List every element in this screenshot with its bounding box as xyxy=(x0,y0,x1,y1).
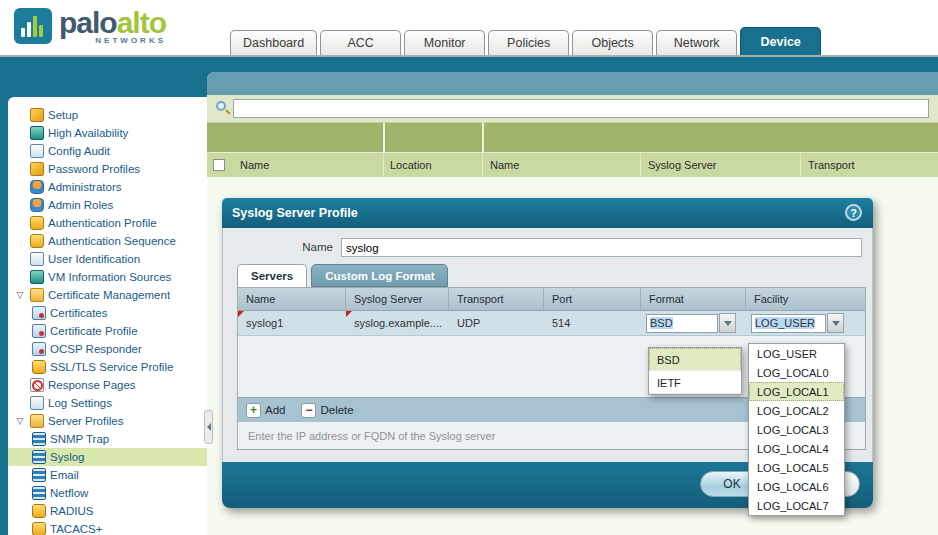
sidebar-collapse-handle[interactable] xyxy=(204,410,213,444)
tab-servers[interactable]: Servers xyxy=(237,264,307,287)
facility-option-log-user[interactable]: LOG_USER xyxy=(749,344,844,363)
format-option-ietf[interactable]: IETF xyxy=(649,371,741,394)
facility-combo-input[interactable]: LOG_USER xyxy=(751,314,826,333)
facility-option-log-local1[interactable]: LOG_LOCAL1 xyxy=(749,382,844,401)
paloalto-logo-text: paloalto NETWORKS xyxy=(59,8,166,45)
add-button[interactable]: +Add xyxy=(246,403,285,418)
profile-name-input[interactable] xyxy=(341,238,862,257)
facility-option-log-local6[interactable]: LOG_LOCAL6 xyxy=(749,477,844,496)
search-input[interactable] xyxy=(233,99,929,118)
sidebar-item-certificate-management[interactable]: ▽Certificate Management xyxy=(8,286,207,304)
certificate-profile-icon xyxy=(32,324,46,338)
sidebar-item-high-availability[interactable]: High Availability xyxy=(8,124,207,142)
sidebar-item-email[interactable]: Email xyxy=(8,466,207,484)
sidebar-item-user-identification[interactable]: User Identification xyxy=(8,250,207,268)
sidebar-item-ssl-tls-service-profile[interactable]: SSL/TLS Service Profile xyxy=(8,358,207,376)
format-combo-input[interactable]: BSD xyxy=(646,314,718,333)
cell-format: BSD xyxy=(641,311,746,335)
snmp-trap-icon xyxy=(32,432,46,446)
sidebar-item-label: Server Profiles xyxy=(48,415,123,427)
format-dropdown-list: BSD IETF xyxy=(648,347,742,395)
facility-combo: LOG_USER xyxy=(751,313,844,333)
tab-objects[interactable]: Objects xyxy=(572,30,653,55)
add-button-label: Add xyxy=(265,404,285,416)
server-row[interactable]: syslog1 syslog.example.... UDP 514 BSD L… xyxy=(238,311,865,336)
help-icon[interactable]: ? xyxy=(845,204,862,221)
tab-monitor[interactable]: Monitor xyxy=(404,30,485,55)
facility-option-log-local0[interactable]: LOG_LOCAL0 xyxy=(749,363,844,382)
cell-port[interactable]: 514 xyxy=(544,311,641,335)
cell-name[interactable]: syslog1 xyxy=(238,311,346,335)
sidebar-item-tacacs[interactable]: TACACS+ xyxy=(8,520,207,535)
sidebar-item-admin-roles[interactable]: Admin Roles xyxy=(8,196,207,214)
column-header-syslog-server[interactable]: Syslog Server xyxy=(648,159,716,171)
column-header-name[interactable]: Name xyxy=(240,159,269,171)
dialog-title-bar[interactable]: Syslog Server Profile ? xyxy=(222,198,873,228)
sidebar-item-response-pages[interactable]: Response Pages xyxy=(8,376,207,394)
tab-device[interactable]: Device xyxy=(740,27,821,55)
tacacs-icon xyxy=(32,522,46,535)
facility-option-log-local5[interactable]: LOG_LOCAL5 xyxy=(749,458,844,477)
sidebar-item-netflow[interactable]: Netflow xyxy=(8,484,207,502)
sidebar-item-vm-information-sources[interactable]: VM Information Sources xyxy=(8,268,207,286)
col-transport[interactable]: Transport xyxy=(449,288,544,310)
facility-option-log-local7[interactable]: LOG_LOCAL7 xyxy=(749,496,844,515)
sidebar-item-administrators[interactable]: Administrators xyxy=(8,178,207,196)
expand-arrow-icon[interactable]: ▽ xyxy=(14,416,26,426)
cell-syslog-server[interactable]: syslog.example.... xyxy=(346,311,449,335)
sidebar-item-snmp-trap[interactable]: SNMP Trap xyxy=(8,430,207,448)
col-name[interactable]: Name xyxy=(238,288,346,310)
sidebar-item-radius[interactable]: RADIUS xyxy=(8,502,207,520)
sidebar-item-password-profiles[interactable]: Password Profiles xyxy=(8,160,207,178)
sidebar-item-label: RADIUS xyxy=(50,505,93,517)
tab-acc[interactable]: ACC xyxy=(320,30,401,55)
syslog-icon xyxy=(32,450,46,464)
facility-dropdown-arrow-icon[interactable] xyxy=(827,313,844,333)
facility-option-log-local2[interactable]: LOG_LOCAL2 xyxy=(749,401,844,420)
vm-information-sources-icon xyxy=(30,270,44,284)
main-nav-tabs: Dashboard ACC Monitor Policies Objects N… xyxy=(230,27,821,55)
sidebar-item-authentication-profile[interactable]: Authentication Profile xyxy=(8,214,207,232)
expand-arrow-icon[interactable]: ▽ xyxy=(14,290,26,300)
tab-network[interactable]: Network xyxy=(656,30,737,55)
administrators-icon xyxy=(30,180,44,194)
response-pages-icon xyxy=(30,378,44,392)
sidebar-item-syslog[interactable]: Syslog xyxy=(8,448,207,466)
col-syslog-server[interactable]: Syslog Server xyxy=(346,288,449,310)
sidebar-item-log-settings[interactable]: Log Settings xyxy=(8,394,207,412)
user-identification-icon xyxy=(30,252,44,266)
sidebar-item-ocsp-responder[interactable]: OCSP Responder xyxy=(8,340,207,358)
facility-option-log-local3[interactable]: LOG_LOCAL3 xyxy=(749,420,844,439)
sidebar-item-server-profiles[interactable]: ▽Server Profiles xyxy=(8,412,207,430)
email-icon xyxy=(32,468,46,482)
col-port[interactable]: Port xyxy=(544,288,641,310)
tab-policies[interactable]: Policies xyxy=(488,30,569,55)
column-header-location[interactable]: Location xyxy=(390,159,432,171)
sidebar-item-authentication-sequence[interactable]: Authentication Sequence xyxy=(8,232,207,250)
select-all-checkbox[interactable] xyxy=(213,159,225,171)
sidebar-item-certificates[interactable]: Certificates xyxy=(8,304,207,322)
format-option-bsd[interactable]: BSD xyxy=(649,348,741,371)
delete-button[interactable]: −Delete xyxy=(301,403,353,418)
tab-dashboard[interactable]: Dashboard xyxy=(230,30,317,55)
col-facility[interactable]: Facility xyxy=(746,288,865,310)
admin-roles-icon xyxy=(30,198,44,212)
facility-option-log-local4[interactable]: LOG_LOCAL4 xyxy=(749,439,844,458)
search-bar xyxy=(207,95,938,123)
column-header-transport[interactable]: Transport xyxy=(808,159,855,171)
col-format[interactable]: Format xyxy=(641,288,746,310)
sidebar-item-label: SSL/TLS Service Profile xyxy=(50,361,173,373)
certificate-management-icon xyxy=(30,288,44,302)
sidebar-item-label: Setup xyxy=(48,109,78,121)
table-column-header: Name Location Name Syslog Server Transpo… xyxy=(207,152,938,177)
netflow-icon xyxy=(32,486,46,500)
high-availability-icon xyxy=(30,126,44,140)
cell-transport[interactable]: UDP xyxy=(449,311,544,335)
tab-custom-log-format[interactable]: Custom Log Format xyxy=(311,264,448,287)
group-header-segment xyxy=(385,123,482,152)
format-dropdown-arrow-icon[interactable] xyxy=(719,313,736,333)
sidebar-item-certificate-profile[interactable]: Certificate Profile xyxy=(8,322,207,340)
column-header-name2[interactable]: Name xyxy=(490,159,519,171)
sidebar-item-config-audit[interactable]: Config Audit xyxy=(8,142,207,160)
sidebar-item-setup[interactable]: Setup xyxy=(8,106,207,124)
